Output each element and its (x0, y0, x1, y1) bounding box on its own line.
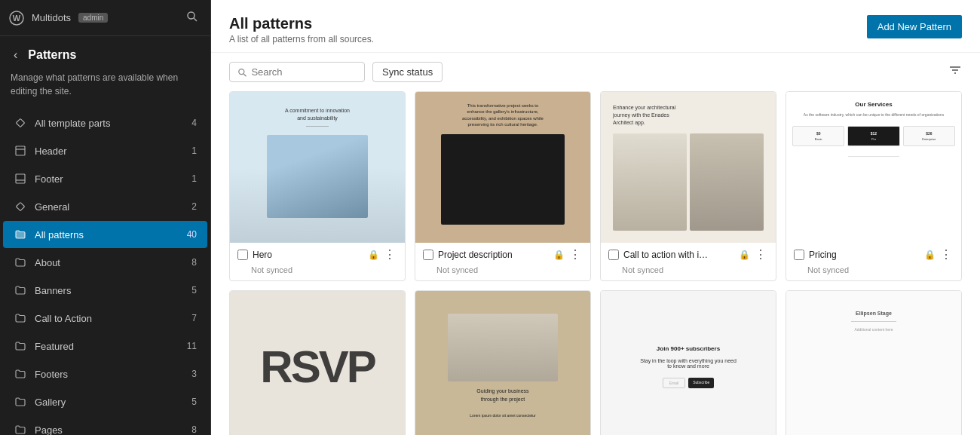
project-preview-image (441, 134, 564, 225)
pricing-card-basic: $0 Basic (792, 126, 844, 146)
svg-rect-4 (16, 118, 24, 127)
pricing-cards: $0 Basic $12 Pro $26 Enterprise (792, 126, 955, 146)
nav-label: Banners (35, 285, 71, 296)
pattern-checkbox-project[interactable] (423, 250, 433, 260)
hero-preview-text: A commitment to innovationand sustainabi… (285, 107, 350, 129)
more-options-button[interactable]: ⋮ (939, 249, 954, 261)
nav-label: About (35, 257, 60, 268)
pattern-preview-subscribe: Join 900+ subscribers Stay in the loop w… (601, 291, 776, 435)
toolbar: Sync status (211, 53, 980, 91)
nav-label: All patterns (35, 229, 84, 240)
nav-count: 8 (191, 257, 197, 268)
sidebar-item-about[interactable]: About 8 (3, 249, 207, 276)
more-options-button[interactable]: ⋮ (753, 249, 768, 261)
nav-label: All template parts (35, 118, 110, 129)
sidebar-description: Manage what patterns are available when … (0, 68, 210, 109)
site-badge: admin (78, 13, 108, 23)
filter-icon (948, 63, 962, 77)
sidebar-top-bar: W Multidots admin (0, 0, 210, 36)
nav-count: 5 (191, 397, 197, 407)
sidebar-item-header[interactable]: Header 1 (3, 137, 207, 164)
layout-footer-icon (14, 172, 27, 185)
add-new-pattern-button[interactable]: Add New Pattern (867, 15, 962, 38)
subscribe-preview-text: Stay in the loop with everything you nee… (640, 358, 737, 369)
site-name: Multidots (32, 12, 71, 23)
sidebar-title: Patterns (28, 48, 76, 62)
folder-banners-icon (14, 283, 27, 297)
more-options-button[interactable]: ⋮ (382, 249, 397, 261)
sidebar-item-footer[interactable]: Footer 1 (3, 165, 207, 192)
folder-about-icon (14, 256, 27, 269)
pattern-status-hero: Not synced (230, 265, 405, 280)
pattern-card-blank: Ellipsen Stage ———————————— Additional c… (786, 290, 962, 435)
pattern-name-row: Hero (237, 250, 272, 260)
sidebar-item-footers[interactable]: Footers 3 (3, 360, 207, 388)
nav-count: 7 (191, 313, 197, 323)
pattern-name-project: Project description (438, 250, 513, 260)
pattern-card-guide: Guiding your businessthrough the project… (415, 290, 591, 435)
sidebar-item-call-to-action[interactable]: Call to Action 7 (3, 305, 207, 332)
pattern-card-cta: Enhance your architecturaljourney with t… (600, 91, 776, 281)
sidebar-item-all-template-parts[interactable]: All template parts 4 (3, 109, 207, 136)
pricing-card-enterprise: $26 Enterprise (903, 126, 955, 146)
pattern-card-pricing: Our Services As the software industry, w… (786, 91, 962, 281)
search-input[interactable] (251, 66, 357, 78)
lock-icon: 🔒 (924, 250, 936, 260)
sidebar-item-gallery[interactable]: Gallery 5 (3, 388, 207, 415)
svg-rect-7 (16, 174, 25, 183)
lock-icon: 🔒 (553, 250, 565, 260)
hero-preview-image (267, 135, 368, 218)
svg-rect-5 (16, 146, 25, 155)
subscribe-preview-title: Join 900+ subscribers (657, 345, 720, 352)
lock-icon: 🔒 (739, 250, 750, 260)
pattern-status-cta: Not synced (601, 265, 776, 280)
sidebar-item-all-patterns[interactable]: All patterns 40 (3, 221, 207, 248)
layout-icon (14, 144, 27, 158)
main-title: All patterns (229, 15, 374, 32)
more-options-button[interactable]: ⋮ (568, 249, 583, 261)
pattern-checkbox-hero[interactable] (237, 250, 248, 260)
svg-line-11 (243, 73, 247, 76)
pattern-checkbox-cta[interactable] (608, 250, 619, 260)
lock-icon: 🔒 (368, 250, 379, 260)
pattern-checkbox-pricing[interactable] (794, 250, 804, 260)
sync-status-button[interactable]: Sync status (372, 62, 443, 82)
nav-count: 5 (191, 285, 197, 296)
blank-preview-content: Ellipsen Stage ———————————— Additional c… (786, 291, 961, 435)
main-subtitle: A list of all patterns from all sources. (229, 34, 374, 44)
pattern-name-pricing: Pricing (809, 250, 837, 260)
pattern-actions-pricing: 🔒 ⋮ (924, 249, 954, 261)
sidebar-item-general[interactable]: General 2 (3, 193, 207, 220)
search-bar[interactable] (229, 62, 365, 82)
pattern-footer-cta: Call to action with image on r... 🔒 ⋮ (601, 243, 776, 265)
pattern-grid: A commitment to innovationand sustainabi… (211, 91, 980, 435)
cta-preview-text: Enhance your architecturaljourney with t… (613, 104, 675, 126)
back-button[interactable]: ‹ (11, 47, 20, 63)
pattern-card-rsvp: RSVP RSVP 🔒 ⋮ Not synced (229, 290, 406, 435)
sidebar-header: ‹ Patterns (0, 36, 210, 68)
pattern-name-row: Pricing (794, 250, 837, 260)
sidebar-item-featured[interactable]: Featured 11 (3, 332, 207, 360)
sidebar-item-pages[interactable]: Pages 8 (3, 416, 207, 435)
guide-preview-text: Guiding your businessthrough the project… (470, 388, 536, 419)
sidebar-item-banners[interactable]: Banners 5 (3, 277, 207, 304)
filter-button[interactable] (948, 63, 962, 81)
pattern-preview-pricing: Our Services As the software industry, w… (786, 92, 961, 243)
pattern-preview-rsvp: RSVP (230, 291, 405, 435)
pattern-preview-cta: Enhance your architecturaljourney with t… (601, 92, 776, 243)
pattern-footer-pricing: Pricing 🔒 ⋮ (786, 243, 961, 265)
general-icon (14, 200, 27, 213)
pattern-footer-project: Project description 🔒 ⋮ (415, 243, 590, 265)
svg-line-3 (194, 18, 197, 21)
pattern-actions-cta: 🔒 ⋮ (739, 249, 768, 261)
pattern-card-hero: A commitment to innovationand sustainabi… (229, 91, 406, 281)
nav-count: 2 (191, 201, 197, 212)
pattern-status-pricing: Not synced (786, 265, 961, 280)
pattern-name-hero: Hero (253, 250, 272, 260)
folder-pages-icon (14, 423, 27, 435)
pattern-card-project: This transformative project seeks toenha… (415, 91, 591, 281)
sidebar-search-button[interactable] (183, 8, 201, 28)
pattern-status-project: Not synced (415, 265, 590, 280)
sidebar-nav: All template parts 4 Header 1 Footer 1 G… (0, 109, 210, 435)
folder-cta-icon (14, 311, 27, 325)
